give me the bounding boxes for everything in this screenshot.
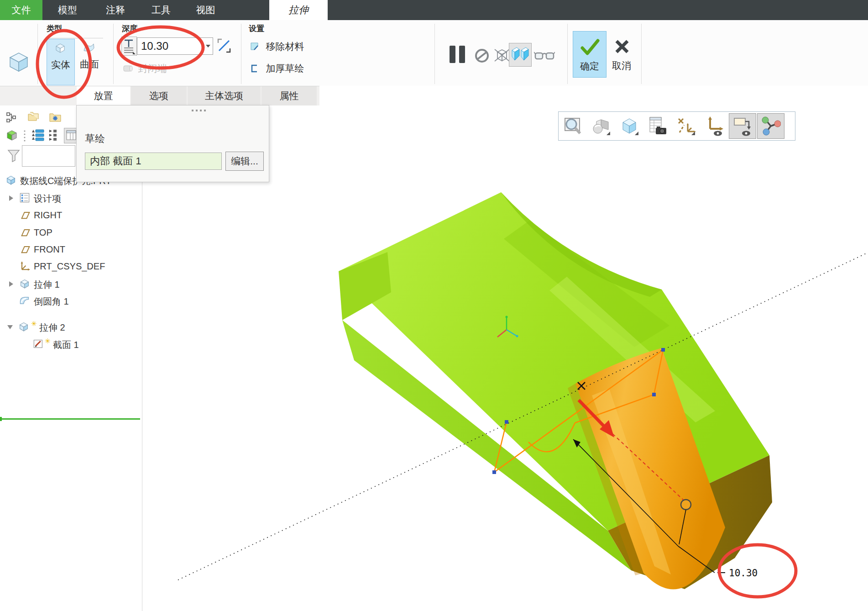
datum-display-icon [676, 116, 696, 136]
thicken-sketch-option[interactable]: 加厚草绘 [249, 62, 304, 75]
tree-item-section-1[interactable]: ✳ 截面 1 [0, 338, 142, 352]
dashboard-tab-row: 放置 选项 主体选项 属性 [0, 86, 319, 105]
flag-display-icon [732, 116, 753, 136]
refit-button[interactable] [559, 113, 586, 139]
display-style-button[interactable] [616, 113, 643, 139]
datum-plane-icon [20, 244, 31, 254]
tree-filter-input[interactable] [22, 145, 75, 167]
capped-ends-label: 封闭端 [138, 63, 167, 74]
surface-icon [83, 42, 95, 53]
glasses-verify-button[interactable] [534, 48, 555, 65]
remove-material-label: 移除材料 [266, 41, 304, 52]
graph-nodes-icon [761, 116, 781, 136]
tree-item-extrude-1[interactable]: 拉伸 1 [0, 278, 142, 291]
thicken-sketch-label: 加厚草绘 [266, 63, 304, 74]
designate-display-button[interactable] [729, 113, 756, 139]
tab-body-options[interactable]: 主体选项 [188, 86, 261, 105]
tree-options-dots[interactable] [23, 130, 26, 143]
depth-type-button[interactable] [121, 37, 137, 56]
tab-properties[interactable]: 属性 [261, 86, 317, 105]
menu-file[interactable]: 文件 [0, 0, 42, 20]
model-tree-mode-icon[interactable] [5, 111, 17, 125]
menu-tools[interactable]: 工具 [138, 0, 184, 20]
tree-item-design-items[interactable]: 设计项 [0, 192, 142, 205]
placement-panel: 草绘 内部 截面 1 编辑... [76, 105, 269, 182]
annotation-display-icon [704, 116, 724, 136]
solid-button[interactable]: 实体 [47, 39, 75, 85]
wireframe-preview-icon [493, 47, 511, 65]
capped-ends-icon [122, 63, 133, 74]
expander-icon[interactable] [7, 325, 13, 329]
round-feature-icon [19, 295, 30, 306]
shaded-cube-icon [619, 116, 639, 136]
section-collector-field[interactable]: 内部 截面 1 [85, 153, 222, 170]
settings-group-label: 设置 [249, 23, 264, 34]
pause-button[interactable] [448, 44, 467, 67]
sketch-label: 草绘 [85, 132, 105, 146]
design-items-icon [19, 192, 30, 203]
remove-material-icon [249, 41, 260, 52]
part-model[interactable] [339, 192, 772, 590]
datum-display-filters-button[interactable] [672, 113, 700, 139]
cancel-button[interactable]: 取消 [607, 31, 636, 77]
menu-extrude-active-tab[interactable]: 拉伸 [269, 0, 328, 20]
graph-display-button[interactable] [757, 113, 784, 139]
part-icon [5, 174, 16, 185]
depth-dropdown-arrow[interactable] [204, 37, 213, 55]
depth-value-input[interactable] [137, 37, 213, 55]
tree-item-csys[interactable]: PRT_CSYS_DEF [0, 260, 142, 274]
pause-icon [448, 44, 467, 65]
favorites-folder-icon[interactable] [48, 111, 62, 125]
show-cube-icon[interactable] [5, 129, 18, 143]
tree-item-front-plane[interactable]: FRONT [0, 243, 142, 257]
menubar: 文件 模型 注释 工具 视图 拉伸 [0, 0, 868, 20]
ok-button[interactable]: 确定 [573, 31, 607, 78]
tree-item-top-plane[interactable]: TOP [0, 226, 142, 240]
remove-material-option[interactable]: 移除材料 [249, 40, 304, 53]
drag-handle[interactable] [681, 500, 691, 510]
flip-direction-button[interactable] [215, 37, 233, 55]
menu-annotate[interactable]: 注释 [93, 0, 138, 20]
depth-group-label: 深度 [122, 23, 137, 34]
folders-icon[interactable] [26, 111, 40, 125]
tree-expand-icon[interactable] [47, 129, 62, 143]
expander-icon[interactable] [9, 195, 13, 201]
attached-preview-icon [510, 46, 530, 64]
annotation-display-button[interactable] [701, 113, 728, 139]
extrude-feature-icon [19, 278, 30, 289]
tree-item-extrude-2[interactable]: ✳ 拉伸 2 [0, 321, 142, 334]
sketch-icon [33, 338, 44, 349]
in-graphics-toolbar [558, 111, 795, 141]
wireframe-preview-button[interactable] [493, 47, 511, 67]
thicken-sketch-icon [249, 63, 260, 74]
edit-sketch-button[interactable]: 编辑... [225, 152, 264, 171]
expander-icon[interactable] [9, 281, 13, 287]
surface-button[interactable]: 曲面 [76, 39, 103, 84]
view-manager-button[interactable] [644, 113, 671, 139]
capped-ends-option: 封闭端 [122, 62, 167, 75]
extrude-feature-icon [7, 50, 30, 75]
tree-filters-icon[interactable] [31, 129, 46, 143]
datum-plane-icon [20, 227, 31, 237]
saved-orientations-button[interactable] [587, 113, 615, 139]
insert-here-locator[interactable] [0, 418, 140, 420]
attached-preview-button[interactable] [509, 43, 532, 67]
refit-zoom-icon [563, 116, 583, 136]
cancel-button-label: 取消 [607, 59, 636, 72]
panel-grip-handle[interactable] [192, 110, 210, 112]
tab-placement[interactable]: 放置 [77, 86, 130, 105]
tree-item-right-plane[interactable]: RIGHT [0, 209, 142, 223]
csys-icon [19, 261, 30, 272]
menu-model[interactable]: 模型 [42, 0, 93, 20]
view-manager-icon [648, 116, 668, 136]
solid-cube-icon [54, 42, 66, 54]
tab-options[interactable]: 选项 [131, 86, 187, 105]
tree-item-round-1[interactable]: 倒圆角 1 [0, 295, 142, 308]
filter-funnel-icon[interactable] [7, 149, 20, 164]
orientation-icon [591, 116, 611, 136]
no-preview-button[interactable] [474, 47, 490, 66]
menu-view[interactable]: 视图 [184, 0, 227, 20]
no-preview-icon [474, 47, 490, 64]
modified-marker-icon: ✳ [31, 320, 37, 328]
cancel-x-icon [613, 37, 631, 56]
